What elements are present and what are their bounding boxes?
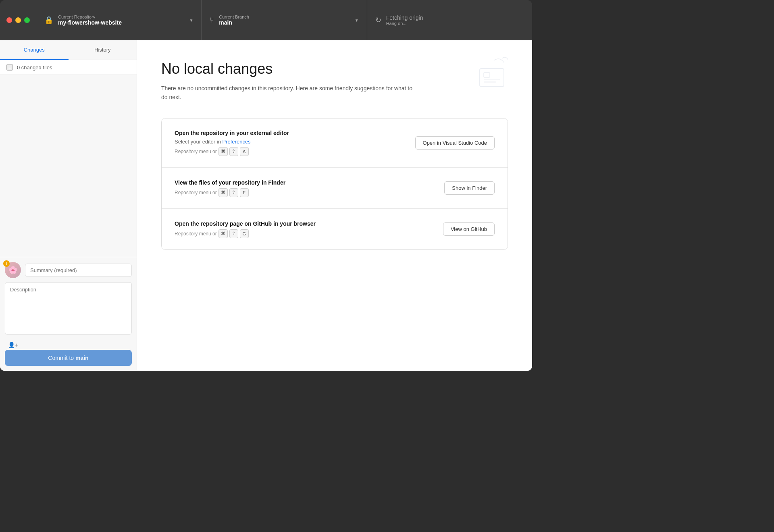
traffic-lights — [0, 17, 36, 23]
kbd-cmd: ⌘ — [218, 147, 228, 156]
commit-button-prefix: Commit to — [48, 355, 75, 361]
select-all-checkbox[interactable]: – — [6, 64, 13, 71]
description-textarea[interactable] — [5, 282, 132, 335]
svg-rect-0 — [480, 69, 504, 87]
branch-text: Current Branch main — [219, 15, 249, 26]
changed-files-count: 0 changed files — [17, 64, 52, 71]
fetch-label: Fetching origin — [386, 15, 423, 21]
view-on-github-button[interactable]: View on GitHub — [443, 222, 495, 236]
kbd-shift: ⇧ — [229, 147, 238, 156]
kbd-f: F — [240, 188, 249, 197]
add-coauthor-icon: 👤+ — [8, 342, 18, 348]
action-card-view-github: Open the repository page on GitHub in yo… — [162, 209, 508, 249]
branch-label: Current Branch — [219, 15, 249, 19]
maximize-button[interactable] — [24, 17, 30, 23]
kbd-shift: ⇧ — [229, 188, 238, 197]
minimize-button[interactable] — [15, 17, 21, 23]
preferences-link[interactable]: Preferences — [223, 139, 251, 145]
action-info-open-editor: Open the repository in your external edi… — [175, 130, 289, 156]
action-card-show-finder: View the files of your repository in Fin… — [162, 168, 508, 209]
avatar-warning-icon: ! — [3, 260, 10, 267]
commit-button-branch: main — [75, 355, 89, 361]
chevron-down-icon: ▼ — [355, 18, 359, 23]
commit-area: ! 🌸 👤+ Commit to main — [0, 257, 137, 371]
svg-rect-3 — [484, 81, 496, 83]
kbd-shift: ⇧ — [229, 229, 238, 238]
fetch-origin-section[interactable]: ↻ Fetching origin Hang on... — [367, 0, 532, 40]
action-card-open-editor: Open the repository in your external edi… — [162, 118, 508, 168]
kbd-cmd: ⌘ — [218, 188, 228, 197]
commit-button[interactable]: Commit to main — [5, 350, 132, 366]
action-title-open-editor: Open the repository in your external edi… — [175, 130, 289, 136]
no-changes-title: No local changes — [161, 60, 508, 77]
repo-text: Current Repository my-flowershow-website — [58, 15, 122, 26]
tab-changes[interactable]: Changes — [0, 40, 69, 60]
show-in-finder-button[interactable]: Show in Finder — [444, 181, 495, 195]
current-branch-section[interactable]: ⑂ Current Branch main ▼ — [202, 0, 367, 40]
coauthor-row[interactable]: 👤+ — [5, 340, 132, 350]
kbd-cmd: ⌘ — [218, 229, 228, 238]
sidebar-tabs: Changes History — [0, 40, 137, 60]
main-content: No local changes There are no uncommitte… — [137, 40, 532, 371]
tab-history[interactable]: History — [69, 40, 137, 60]
current-repository-section[interactable]: 🔒 Current Repository my-flowershow-websi… — [36, 0, 202, 40]
kbd-a: A — [240, 147, 249, 156]
action-info-show-finder: View the files of your repository in Fin… — [175, 179, 285, 197]
fetch-sublabel: Hang on... — [386, 21, 423, 26]
chevron-down-icon: ▼ — [189, 18, 193, 23]
avatar-container: ! 🌸 — [5, 262, 21, 278]
action-cards: Open the repository in your external edi… — [161, 118, 508, 250]
close-button[interactable] — [6, 17, 12, 23]
main-layout: Changes History – 0 changed files ! 🌸 — [0, 40, 532, 371]
titlebar-sections: 🔒 Current Repository my-flowershow-websi… — [36, 0, 532, 40]
fetch-text: Fetching origin Hang on... — [386, 15, 423, 26]
action-title-show-finder: View the files of your repository in Fin… — [175, 179, 285, 186]
branch-icon: ⑂ — [210, 16, 214, 25]
action-title-view-github: Open the repository page on GitHub in yo… — [175, 220, 316, 227]
action-info-view-github: Open the repository page on GitHub in yo… — [175, 220, 316, 238]
repo-value: my-flowershow-website — [58, 19, 122, 26]
sidebar: Changes History – 0 changed files ! 🌸 — [0, 40, 137, 371]
lock-icon: 🔒 — [44, 16, 53, 25]
illustration — [472, 52, 512, 94]
kbd-g: G — [240, 229, 249, 238]
svg-rect-2 — [484, 79, 500, 80]
sidebar-file-list — [0, 75, 137, 257]
open-vscode-button[interactable]: Open in Visual Studio Code — [415, 136, 495, 150]
no-changes-desc: There are no uncommitted changes in this… — [161, 84, 419, 102]
commit-summary-row: ! 🌸 — [5, 262, 132, 278]
repo-label: Current Repository — [58, 15, 122, 19]
sync-icon: ↻ — [375, 16, 381, 25]
action-shortcut-open-editor: Repository menu or ⌘ ⇧ A — [175, 147, 289, 156]
action-desc-open-editor: Select your editor in Preferences — [175, 139, 289, 145]
svg-rect-1 — [484, 73, 490, 77]
action-shortcut-show-finder: Repository menu or ⌘ ⇧ F — [175, 188, 285, 197]
changed-files-bar: – 0 changed files — [0, 60, 137, 75]
action-shortcut-view-github: Repository menu or ⌘ ⇧ G — [175, 229, 316, 238]
summary-input[interactable] — [25, 264, 132, 277]
branch-value: main — [219, 19, 249, 26]
